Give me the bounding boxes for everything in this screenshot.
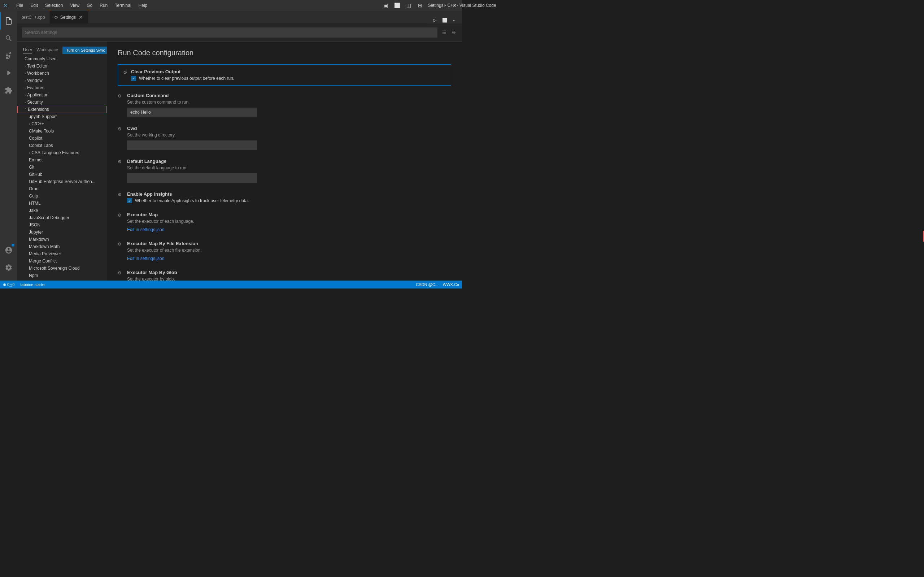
default-language-desc: Set the default language to run. bbox=[127, 165, 451, 171]
menu-edit[interactable]: Edit bbox=[27, 2, 41, 9]
nav-npm[interactable]: Npm bbox=[17, 272, 107, 279]
gear-icon-clear[interactable]: ⚙ bbox=[123, 70, 127, 75]
gear-icon-executor-map-glob[interactable]: ⚙ bbox=[118, 271, 124, 280]
layout-icon-2[interactable]: ⬜ bbox=[393, 2, 401, 9]
activity-run-debug[interactable] bbox=[0, 64, 17, 82]
layout-icon-1[interactable]: ▣ bbox=[381, 2, 390, 9]
app-body: ! testC++.cpp ⚙ Settings ✕ ▷ ⬜ ··· bbox=[0, 11, 462, 280]
clear-previous-output-title: Clear Previous Output bbox=[131, 69, 234, 74]
turn-on-sync-button[interactable]: Turn on Settings Sync bbox=[63, 47, 107, 54]
user-tab[interactable]: User bbox=[23, 47, 32, 53]
gear-icon-cwd[interactable]: ⚙ bbox=[118, 126, 124, 150]
nav-application[interactable]: › Application bbox=[17, 91, 107, 98]
nav-git[interactable]: Git bbox=[17, 164, 107, 171]
search-input[interactable] bbox=[22, 27, 437, 37]
more-actions-icon[interactable]: ··· bbox=[450, 17, 459, 24]
activity-source-control[interactable] bbox=[0, 47, 17, 64]
search-clear-icon[interactable]: ⊕ bbox=[450, 29, 458, 37]
nav-text-editor[interactable]: › Text Editor bbox=[17, 63, 107, 70]
settings-main: Run Code configuration ⚙ Clear Previous … bbox=[107, 42, 462, 280]
layout-icon-3[interactable]: ◫ bbox=[404, 2, 413, 9]
default-language-input[interactable] bbox=[127, 173, 257, 183]
nav-markdown-math[interactable]: Markdown Math bbox=[17, 243, 107, 250]
gear-icon-custom-command[interactable]: ⚙ bbox=[118, 93, 124, 117]
executor-map-glob-desc: Set the executor by glob. bbox=[127, 277, 451, 280]
menu-terminal[interactable]: Terminal bbox=[112, 2, 134, 9]
remote-status[interactable]: ⊕ 0△0 bbox=[3, 282, 14, 287]
nav-jake[interactable]: Jake bbox=[17, 207, 107, 214]
clear-previous-output-checkbox[interactable] bbox=[131, 76, 136, 81]
status-bar-right: CSDN @C... WWX.Cn bbox=[416, 282, 459, 287]
nav-ipynb[interactable]: .ipynb Support bbox=[17, 113, 107, 120]
cwd-item: ⚙ Cwd Set the working directory. bbox=[118, 126, 451, 150]
workspace-tab[interactable]: Workspace bbox=[37, 47, 58, 53]
nav-workbench[interactable]: › Workbench bbox=[17, 70, 107, 77]
nav-json[interactable]: JSON bbox=[17, 221, 107, 229]
executor-map-extension-link[interactable]: Edit in settings.json bbox=[127, 256, 164, 261]
status-bar-left: ⊕ 0△0 tabnine starter bbox=[3, 282, 46, 287]
menu-run[interactable]: Run bbox=[97, 2, 111, 9]
custom-command-title: Custom Command bbox=[127, 93, 451, 98]
nav-html[interactable]: HTML bbox=[17, 200, 107, 207]
cwd-desc: Set the working directory. bbox=[127, 132, 451, 137]
gear-icon-default-lang[interactable]: ⚙ bbox=[118, 159, 124, 183]
nav-merge-conflict[interactable]: Merge Conflict bbox=[17, 258, 107, 265]
gear-icon-executor-map-ext[interactable]: ⚙ bbox=[118, 242, 124, 261]
nav-emmet[interactable]: Emmet bbox=[17, 156, 107, 164]
nav-jupyter[interactable]: Jupyter bbox=[17, 229, 107, 236]
nav-features[interactable]: › Features bbox=[17, 84, 107, 91]
section-title: Run Code configuration bbox=[118, 49, 451, 57]
executor-map-item: ⚙ Executor Map Set the executor of each … bbox=[118, 212, 451, 232]
nav-microsoft-sovereign[interactable]: Microsoft Sovereign Cloud bbox=[17, 265, 107, 272]
nav-copilot[interactable]: Copilot bbox=[17, 135, 107, 142]
activity-explorer[interactable] bbox=[0, 12, 17, 30]
activity-accounts[interactable]: ! bbox=[0, 242, 17, 259]
nav-css[interactable]: › CSS Language Features bbox=[17, 149, 107, 156]
nav-gulp[interactable]: Gulp bbox=[17, 192, 107, 200]
tab-testcpp[interactable]: testC++.cpp bbox=[17, 11, 50, 24]
nav-cmake[interactable]: CMake Tools bbox=[17, 127, 107, 135]
clear-previous-output-item: ⚙ Clear Previous Output Whether to clear… bbox=[118, 64, 451, 85]
tab-close-settings[interactable]: ✕ bbox=[78, 15, 84, 20]
nav-extensions[interactable]: ˅ Extensions bbox=[17, 106, 107, 113]
tabnine-status[interactable]: tabnine starter bbox=[20, 282, 45, 287]
nav-media-previewer[interactable]: Media Previewer bbox=[17, 250, 107, 258]
nav-security[interactable]: › Security bbox=[17, 98, 107, 106]
nav-github-enterprise[interactable]: GitHub Enterprise Server Authen... bbox=[17, 178, 107, 185]
menu-file[interactable]: File bbox=[13, 2, 26, 9]
menu-view[interactable]: View bbox=[67, 2, 82, 9]
nav-cpp[interactable]: › C/C++ bbox=[17, 120, 107, 127]
activity-manage[interactable] bbox=[0, 259, 17, 276]
chevron-text-editor: › bbox=[24, 64, 26, 68]
menu-help[interactable]: Help bbox=[136, 2, 151, 9]
nav-commonly-used[interactable]: Commonly Used bbox=[17, 55, 107, 63]
executor-map-extension-item: ⚙ Executor Map By File Extension Set the… bbox=[118, 241, 451, 261]
gear-icon-executor-map[interactable]: ⚙ bbox=[118, 213, 124, 232]
chevron-window: › bbox=[24, 79, 26, 83]
nav-grunt[interactable]: Grunt bbox=[17, 185, 107, 192]
menu-go[interactable]: Go bbox=[84, 2, 95, 9]
run-icon[interactable]: ▷ bbox=[430, 17, 439, 24]
chevron-extensions: ˅ bbox=[24, 108, 26, 111]
gear-icon-app-insights[interactable]: ⚙ bbox=[118, 192, 124, 203]
nav-js-debugger[interactable]: JavaScript Debugger bbox=[17, 214, 107, 221]
default-language-title: Default Language bbox=[127, 158, 451, 164]
activity-extensions[interactable] bbox=[0, 82, 17, 99]
tab-settings[interactable]: ⚙ Settings ✕ bbox=[50, 11, 88, 24]
nav-copilot-labs[interactable]: Copilot Labs bbox=[17, 142, 107, 149]
layout-icon-4[interactable]: ⊞ bbox=[416, 2, 424, 9]
nav-github[interactable]: GitHub bbox=[17, 171, 107, 178]
split-editor-icon[interactable]: ⬜ bbox=[440, 17, 449, 24]
custom-command-desc: Set the custom command to run. bbox=[127, 100, 451, 105]
chevron-features: › bbox=[24, 86, 26, 90]
menu-selection[interactable]: Selection bbox=[42, 2, 66, 9]
nav-window[interactable]: › Window bbox=[17, 77, 107, 84]
enable-app-insights-checkbox[interactable] bbox=[127, 198, 132, 203]
activity-search[interactable] bbox=[0, 30, 17, 47]
search-filter-icon[interactable]: ☰ bbox=[440, 29, 448, 37]
cwd-input[interactable] bbox=[127, 140, 257, 150]
custom-command-input[interactable] bbox=[127, 108, 257, 117]
executor-map-link[interactable]: Edit in settings.json bbox=[127, 227, 164, 232]
nav-markdown[interactable]: Markdown bbox=[17, 236, 107, 243]
csdn-status: CSDN @C... bbox=[416, 282, 439, 287]
